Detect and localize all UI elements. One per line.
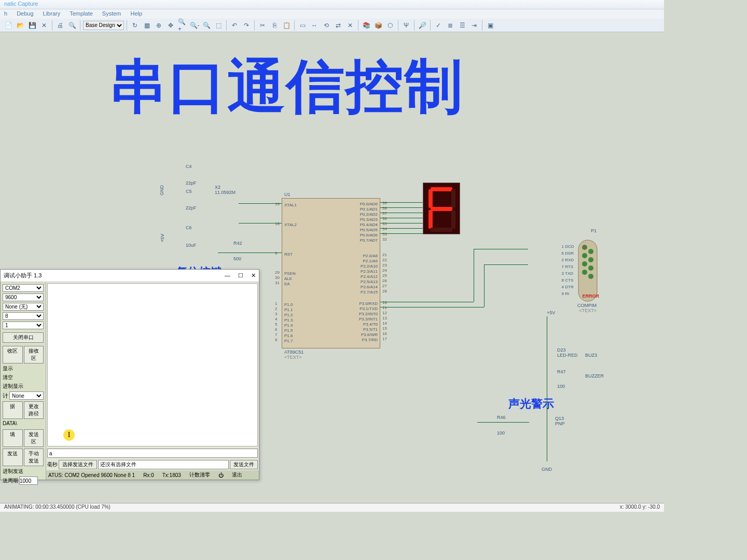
wire-icon[interactable]: Ψ (401, 20, 411, 31)
tx-area-button[interactable]: 发送区 (24, 429, 44, 447)
app-titlebar: natic Capture (0, 0, 664, 9)
conn-pin-RTS: 7 RTS (560, 264, 573, 269)
schematic-canvas[interactable]: 串口通信控制 复位控键 声光警示 XTAL119XTAL218RST9PSEN2… (0, 32, 664, 501)
rx-button[interactable]: 接收区 (24, 346, 44, 363)
serial-titlebar[interactable]: 调试小助手 1.3 — ☐ ✕ (1, 270, 259, 282)
svg-rect-0 (578, 240, 597, 301)
send-button[interactable]: 发送 (3, 449, 23, 466)
u1-name: U1 (284, 192, 290, 197)
delete-icon[interactable]: ✕ (345, 20, 355, 31)
maximize-icon[interactable]: ☐ (238, 272, 243, 278)
send-file-button[interactable]: 发送文件 (230, 460, 258, 469)
menu-debug[interactable]: Debug (17, 10, 33, 18)
mirror-icon[interactable]: ⇄ (333, 20, 343, 31)
preview-icon[interactable]: 🔍 (67, 20, 77, 31)
c4-name: C4 (186, 164, 192, 169)
mcu-pin-P3-0-RXD: P3.0/RXD (359, 301, 378, 306)
pin-num-3: 3 (275, 312, 277, 316)
drc-icon[interactable]: ✓ (433, 20, 444, 31)
pan-icon[interactable]: ✥ (165, 20, 176, 31)
counter-clear-button[interactable]: 计数清零 (189, 471, 210, 479)
rotate-icon[interactable]: ⟲ (321, 20, 331, 31)
minimize-icon[interactable]: — (225, 272, 230, 278)
export-icon[interactable]: ⇥ (469, 20, 479, 31)
serial-tool-window[interactable]: 调试小助手 1.3 — ☐ ✕ COM2 9600 None (无) 8 1 关… (0, 269, 259, 480)
mcu-pin-P1-6: P1.6 (284, 333, 293, 338)
bom-icon[interactable]: ☰ (457, 20, 467, 31)
fill-button[interactable]: 填 (3, 429, 23, 447)
menu-library[interactable]: Library (43, 10, 61, 18)
zoom-area-icon[interactable]: ⬚ (213, 20, 224, 31)
pin-num-35: 35 (382, 221, 387, 226)
paste-icon[interactable]: 📋 (281, 20, 292, 31)
redo-icon[interactable]: ↷ (241, 20, 252, 31)
block-icon[interactable]: ▭ (297, 20, 308, 31)
period-input[interactable] (19, 477, 38, 485)
open-icon[interactable]: 📂 (15, 20, 25, 31)
databits-select[interactable]: 8 (3, 312, 44, 320)
design-selector[interactable]: Base Design (83, 21, 124, 30)
r46-name: R46 (497, 415, 506, 420)
mcu-pin-XTAL1: XTAL1 (284, 203, 297, 207)
rx-area-button[interactable]: 收区 (3, 346, 23, 363)
zoom-all-icon[interactable]: 🔍 (201, 20, 212, 31)
menu-h[interactable]: h (4, 10, 7, 18)
arena-icon[interactable]: ▣ (485, 20, 495, 31)
close-window-icon[interactable]: ✕ (251, 272, 256, 278)
new-icon[interactable]: 📄 (3, 20, 13, 31)
data-button[interactable]: 据 (3, 401, 23, 419)
netlist-icon[interactable]: ≣ (445, 20, 455, 31)
menu-system[interactable]: System (102, 10, 121, 18)
parity-select[interactable]: None (无) (3, 303, 44, 311)
p1-name: P1 (591, 228, 597, 233)
save-icon[interactable]: 💾 (27, 20, 37, 31)
mcu-pin-PSEN: PSEN (284, 271, 296, 276)
connector-p1[interactable]: 1 DCD6 DSR2 RXD7 RTS3 TXD8 CTS4 DTR9 RI (558, 237, 599, 310)
cut-icon[interactable]: ✂ (257, 20, 268, 31)
status-text: ATUS: COM2 Opened 9600 None 8 1 (48, 472, 135, 478)
stopbits-select[interactable]: 1 (3, 321, 44, 329)
package-icon[interactable]: 📦 (373, 20, 383, 31)
clear-label: 清空 (3, 374, 44, 381)
svg-point-7 (582, 270, 587, 275)
seven-segment-display[interactable] (423, 183, 460, 234)
mcu-pin-P2-2-A10: P2.2/A10 (361, 264, 378, 269)
rx-count: Rx:0 (143, 472, 154, 478)
search-icon[interactable]: 🔎 (417, 20, 427, 31)
close-port-button[interactable]: 关闭串口 (3, 332, 44, 343)
mcu-pin-P2-6-A14: P2.6/A14 (361, 285, 378, 289)
baud-select[interactable]: 9600 (3, 293, 44, 301)
move-icon[interactable]: ↔ (309, 20, 320, 31)
path-button[interactable]: 更改路径 (24, 401, 44, 419)
hex-show-label: 进制显示 (3, 383, 44, 390)
decompose-icon[interactable]: ⬡ (385, 20, 395, 31)
pin-num-5: 5 (275, 322, 277, 327)
exit-button[interactable]: 退出 (232, 471, 242, 479)
zoom-out-icon[interactable]: 🔍- (189, 20, 200, 31)
manual-send-button[interactable]: 手动发送 (24, 449, 44, 466)
choose-file-button[interactable]: 选择发送文件 (59, 460, 97, 469)
pin-num-36: 36 (382, 216, 387, 221)
menu-help[interactable]: Help (131, 10, 143, 18)
copy-icon[interactable]: ⎘ (269, 20, 280, 31)
buz3-part: BUZZER (585, 373, 604, 379)
library-icon[interactable]: 📚 (361, 20, 371, 31)
undo-icon[interactable]: ↶ (229, 20, 240, 31)
menu-template[interactable]: Template (70, 10, 93, 18)
close-icon[interactable]: ✕ (39, 20, 49, 31)
mcu-pin-P1-3: P1.3 (284, 318, 293, 323)
refresh-icon[interactable]: ↻ (130, 20, 140, 31)
grid-icon[interactable]: ▦ (142, 20, 152, 31)
mcu-pin-P0-3-AD3: P0.3/AD3 (360, 217, 378, 222)
port-select[interactable]: COM2 (3, 284, 44, 292)
stat-select[interactable]: None (9, 391, 44, 400)
u1-text: <TEXT> (284, 355, 302, 360)
rx-textarea[interactable] (47, 283, 258, 446)
zoom-in-icon[interactable]: 🔍+ (177, 20, 188, 31)
print-icon[interactable]: 🖨 (55, 20, 65, 31)
mcu-pin-P0-7-AD7: P0.7/AD7 (360, 238, 378, 243)
origin-icon[interactable]: ⊕ (154, 20, 164, 31)
tx-input[interactable] (47, 449, 258, 458)
p1-text: <TEXT> (579, 308, 597, 313)
mcu-u1[interactable]: XTAL119XTAL218RST9PSEN29ALE30EA31P1.01P1… (282, 198, 380, 348)
